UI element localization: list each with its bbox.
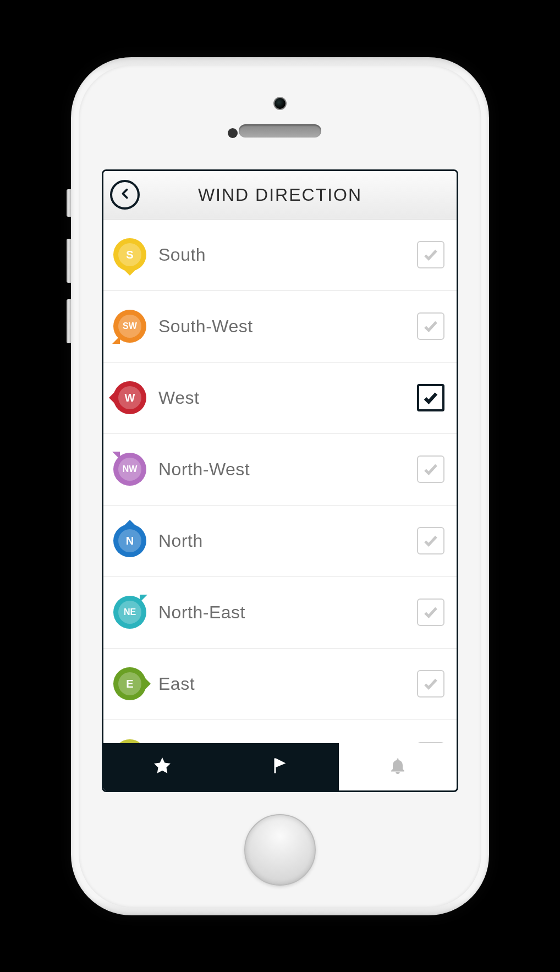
direction-checkbox-ne[interactable]: [417, 598, 444, 626]
direction-icon-sw: SW: [113, 310, 146, 343]
direction-checkbox-e[interactable]: [417, 670, 444, 698]
direction-icon-nw: NW: [113, 453, 146, 486]
volume-up-button: [67, 239, 71, 283]
volume-down-button: [67, 299, 71, 343]
direction-checkbox-sw[interactable]: [417, 312, 444, 340]
direction-abbr: NW: [118, 458, 141, 481]
app-screen: WIND DIRECTION SSouthSWSouth-WestWWestNW…: [102, 169, 458, 792]
pointer-icon: [112, 452, 120, 459]
direction-icon-se: SE: [113, 739, 146, 743]
earpiece-speaker: [239, 124, 321, 138]
phone-frame: WIND DIRECTION SSouthSWSouth-WestWWestNW…: [71, 57, 489, 915]
mute-switch: [67, 189, 71, 217]
direction-row-e[interactable]: EEast: [103, 649, 457, 720]
home-button[interactable]: [244, 814, 316, 886]
direction-icon-s: S: [113, 238, 146, 271]
direction-label: North-West: [158, 459, 417, 480]
direction-list: SSouthSWSouth-WestWWestNWNorth-WestNNort…: [103, 219, 457, 743]
back-button[interactable]: [110, 180, 140, 210]
direction-abbr: W: [118, 386, 141, 409]
proximity-sensor: [228, 128, 238, 138]
direction-row-w[interactable]: WWest: [103, 363, 457, 434]
pointer-icon: [124, 270, 135, 276]
direction-checkbox-s[interactable]: [417, 241, 444, 268]
alerts-tab[interactable]: [339, 743, 457, 790]
tab-bar: [103, 743, 457, 790]
pointer-icon: [109, 392, 114, 403]
direction-label: North-East: [158, 602, 417, 623]
direction-row-ne[interactable]: NENorth-East: [103, 577, 457, 649]
direction-abbr: E: [118, 672, 141, 695]
direction-row-sw[interactable]: SWSouth-West: [103, 291, 457, 363]
pointer-icon: [124, 520, 135, 525]
direction-abbr: S: [118, 243, 141, 266]
direction-icon-n: N: [113, 524, 146, 557]
direction-label: West: [158, 388, 417, 408]
direction-row-se[interactable]: SESouth-East: [103, 720, 457, 743]
page-title: WIND DIRECTION: [103, 185, 457, 205]
direction-row-n[interactable]: NNorth: [103, 506, 457, 577]
spots-tab[interactable]: [221, 743, 339, 790]
direction-label: East: [158, 674, 417, 694]
direction-row-nw[interactable]: NWNorth-West: [103, 434, 457, 506]
app-header: WIND DIRECTION: [103, 171, 457, 219]
direction-label: South-West: [158, 316, 417, 337]
flag-icon: [270, 756, 290, 778]
direction-abbr: N: [118, 529, 141, 552]
bell-icon: [388, 756, 408, 778]
pointer-icon: [112, 336, 120, 344]
direction-checkbox-n[interactable]: [417, 527, 444, 554]
pointer-icon: [145, 678, 151, 689]
direction-label: North: [158, 531, 417, 551]
direction-abbr: SW: [118, 315, 141, 338]
direction-checkbox-nw[interactable]: [417, 455, 444, 483]
direction-checkbox-w[interactable]: [417, 384, 444, 411]
favorites-tab[interactable]: [103, 743, 221, 790]
direction-label: South: [158, 245, 417, 265]
direction-icon-w: W: [113, 381, 146, 414]
direction-abbr: NE: [118, 601, 141, 624]
pointer-icon: [140, 595, 147, 602]
direction-icon-ne: NE: [113, 596, 146, 629]
star-icon: [152, 756, 172, 778]
direction-row-s[interactable]: SSouth: [103, 219, 457, 291]
chevron-left-icon: [119, 186, 131, 204]
front-camera: [273, 97, 287, 110]
direction-icon-e: E: [113, 667, 146, 700]
